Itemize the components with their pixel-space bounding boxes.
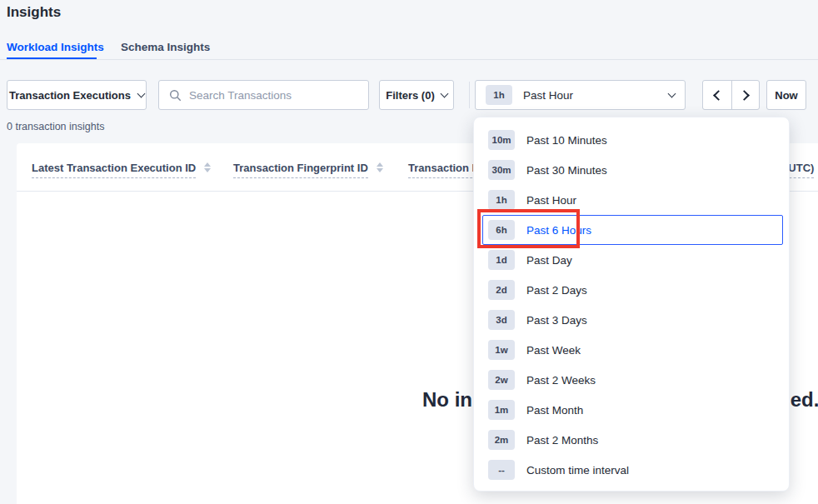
page-title: Insights — [7, 4, 61, 21]
interval-badge: 2m — [488, 430, 515, 450]
sort-icon[interactable] — [377, 162, 383, 172]
time-shift-button-group — [702, 80, 760, 110]
interval-label: Past 3 Days — [526, 314, 587, 327]
interval-badge: 30m — [488, 160, 515, 180]
next-interval-button[interactable] — [731, 81, 760, 109]
tab-workload-insights[interactable]: Workload Insights — [7, 41, 104, 53]
filters-button[interactable]: Filters (0) — [379, 80, 454, 110]
menu-item-past-2-days[interactable]: 2d Past 2 Days — [482, 275, 783, 305]
search-input[interactable] — [189, 89, 358, 102]
menu-item-past-hour[interactable]: 1h Past Hour — [482, 185, 783, 215]
tabs-separator — [0, 59, 818, 60]
interval-label: Past Week — [526, 344, 581, 357]
menu-item-past-month[interactable]: 1m Past Month — [482, 395, 783, 425]
interval-badge: 1h — [488, 190, 515, 210]
toolbar-divider — [469, 82, 470, 108]
menu-item-past-2-weeks[interactable]: 2w Past 2 Weeks — [482, 365, 783, 395]
search-box — [158, 80, 369, 110]
view-select-label: Transaction Executions — [9, 89, 131, 102]
time-interval-dropdown-menu: 10m Past 10 Minutes 30m Past 30 Minutes … — [473, 117, 790, 492]
interval-badge: 1w — [488, 340, 515, 360]
interval-badge: 1d — [488, 250, 515, 270]
interval-label: Past 2 Months — [526, 434, 598, 447]
chevron-down-icon — [137, 89, 146, 97]
chevron-down-icon — [440, 89, 448, 97]
menu-item-past-30-minutes[interactable]: 30m Past 30 Minutes — [482, 155, 783, 185]
time-interval-dropdown-trigger[interactable]: 1h Past Hour — [475, 80, 686, 110]
interval-label: Past Month — [526, 404, 583, 417]
interval-label: Past Hour — [526, 194, 576, 207]
interval-badge: 6h — [488, 220, 515, 240]
menu-item-past-2-months[interactable]: 2m Past 2 Months — [482, 425, 783, 455]
interval-badge: 2d — [488, 280, 515, 300]
view-select-button[interactable]: Transaction Executions — [7, 80, 147, 110]
interval-badge: 1m — [488, 400, 515, 420]
time-interval-badge: 1h — [486, 85, 512, 105]
filters-label: Filters (0) — [386, 89, 435, 102]
interval-label: Past 6 Hours — [526, 224, 591, 237]
interval-label: Past 2 Days — [526, 284, 587, 297]
now-button[interactable]: Now — [766, 80, 806, 110]
menu-item-custom-time-interval[interactable]: -- Custom time interval — [482, 455, 783, 485]
interval-label: Past 2 Weeks — [526, 374, 596, 387]
tab-schema-insights[interactable]: Schema Insights — [121, 41, 210, 53]
column-header-transaction-fingerprint-id[interactable]: Transaction Fingerprint ID — [233, 162, 383, 178]
interval-label: Past 10 Minutes — [526, 134, 607, 147]
interval-label: Past 30 Minutes — [526, 164, 607, 177]
interval-label: Past Day — [526, 254, 572, 267]
column-header-latest-transaction-execution-id[interactable]: Latest Transaction Execution ID — [32, 162, 211, 178]
chevron-right-icon — [739, 90, 750, 101]
insights-count-text: 0 transaction insights — [7, 121, 104, 132]
interval-badge: 10m — [488, 130, 515, 150]
search-icon — [169, 89, 182, 102]
interval-badge: 3d — [488, 310, 515, 330]
menu-item-past-week[interactable]: 1w Past Week — [482, 335, 783, 365]
menu-item-past-10-minutes[interactable]: 10m Past 10 Minutes — [482, 125, 783, 155]
sort-icon[interactable] — [204, 162, 211, 172]
interval-badge: -- — [488, 460, 515, 480]
interval-label: Custom time interval — [526, 464, 629, 477]
empty-state-text-left: No in — [358, 388, 472, 412]
interval-badge: 2w — [488, 370, 515, 390]
now-label: Now — [775, 89, 797, 102]
previous-interval-button[interactable] — [703, 81, 731, 109]
chevron-left-icon — [713, 90, 724, 101]
menu-item-past-day[interactable]: 1d Past Day — [482, 245, 783, 275]
chevron-down-icon — [668, 89, 676, 97]
menu-item-past-6-hours[interactable]: 6h Past 6 Hours — [482, 215, 783, 245]
time-interval-label: Past Hour — [523, 89, 573, 102]
menu-item-past-3-days[interactable]: 3d Past 3 Days — [482, 305, 783, 335]
